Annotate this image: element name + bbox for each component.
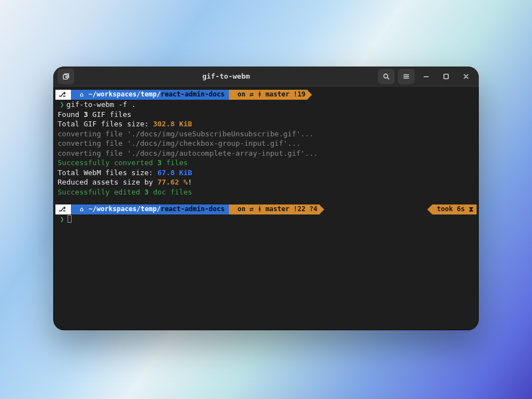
prompt-took-segment: took 6s ⧗ xyxy=(432,204,477,214)
output-converting-3: converting file './docs/img/autocomplete… xyxy=(55,149,477,158)
branch-icon: ⇌ ᚼ xyxy=(249,90,265,98)
maximize-icon xyxy=(442,73,450,80)
branch-icon: ⇌ ᚼ xyxy=(249,205,265,213)
output-webm-size: Total WebM files size: 67.8 KiB xyxy=(55,168,477,178)
new-tab-button[interactable] xyxy=(58,69,74,84)
vcs-icon: ⎇ xyxy=(59,90,66,100)
maximize-button[interactable] xyxy=(438,69,454,84)
prompt-path-segment: ⌂ ~/workspaces/temp/react-admin-docs xyxy=(71,204,229,214)
output-gif-size: Total GIF files size: 302.8 KiB xyxy=(55,119,477,129)
cursor xyxy=(68,215,71,223)
prompt-branch-segment: on ⇌ ᚼ master !22 ?4 xyxy=(229,204,320,214)
terminal-window: gif-to-webm ⎇ ⌂ ~/workspaces/temp/react-… xyxy=(53,66,479,330)
prompt-cursor-line: ❯ xyxy=(55,214,477,224)
search-icon xyxy=(382,73,390,80)
command-line: ❯gif-to-webm -f . xyxy=(55,100,477,110)
svg-rect-2 xyxy=(444,74,448,79)
terminal-body[interactable]: ⎇ ⌂ ~/workspaces/temp/react-admin-docs o… xyxy=(53,86,479,224)
output-success-1: Successfully converted 3 files xyxy=(55,158,477,168)
prompt-vcs-segment: ⎇ xyxy=(55,204,71,214)
folder-icon: ⌂ xyxy=(80,206,84,213)
hamburger-icon xyxy=(402,73,410,80)
output-success-2: Successfully edited 3 doc files xyxy=(55,187,477,197)
output-reduced: Reduced assets size by 77.62 %! xyxy=(55,177,477,187)
output-converting-1: converting file './docs/img/useSubscribe… xyxy=(55,129,477,139)
search-button[interactable] xyxy=(378,69,395,84)
command-text: gif-to-webm -f . xyxy=(66,100,136,109)
minimize-icon xyxy=(422,73,430,80)
menu-button[interactable] xyxy=(398,69,415,84)
window-title: gif-to-webm xyxy=(79,72,374,80)
prompt-line-2: ⎇ ⌂ ~/workspaces/temp/react-admin-docs o… xyxy=(55,204,477,214)
new-tab-icon xyxy=(62,73,70,80)
prompt-branch-segment: on ⇌ ᚼ master !19 xyxy=(229,90,308,100)
minimize-button[interactable] xyxy=(418,69,434,84)
titlebar: gif-to-webm xyxy=(53,66,479,86)
prompt-line-1: ⎇ ⌂ ~/workspaces/temp/react-admin-docs o… xyxy=(55,90,477,100)
prompt-path-segment: ⌂ ~/workspaces/temp/react-admin-docs xyxy=(71,90,229,100)
vcs-icon: ⎇ xyxy=(59,204,66,214)
output-converting-2: converting file './docs/img/checkbox-gro… xyxy=(55,139,477,149)
output-found: Found 3 GIF files xyxy=(55,110,477,120)
close-button[interactable] xyxy=(458,69,474,84)
folder-icon: ⌂ xyxy=(80,91,84,98)
prompt-vcs-segment: ⎇ xyxy=(55,90,71,100)
prompt-symbol: ❯ xyxy=(58,100,66,109)
prompt-symbol: ❯ xyxy=(58,215,66,223)
close-icon xyxy=(462,73,470,80)
